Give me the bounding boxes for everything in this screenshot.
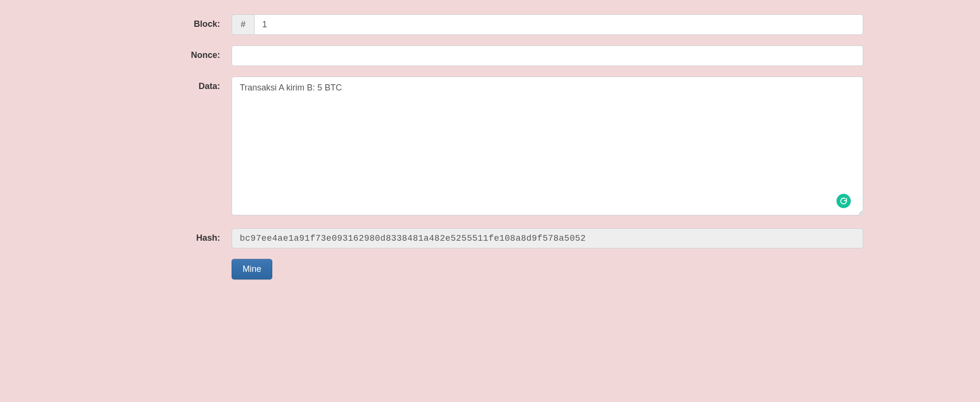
nonce-field [232,45,863,66]
hash-field [232,228,863,248]
hash-label: Hash: [117,228,232,243]
data-textarea[interactable] [232,77,863,215]
block-label: Block: [117,14,232,29]
action-spacer [117,259,232,264]
hash-output [232,228,863,248]
block-number-input[interactable] [254,14,863,35]
nonce-row: Nonce: [117,45,863,66]
action-row: Mine [117,259,863,279]
block-row: Block: # [117,14,863,35]
data-textarea-wrapper [232,77,863,218]
block-prefix: # [232,14,254,35]
data-field [232,77,863,218]
data-row: Data: [117,77,863,218]
nonce-input[interactable] [232,45,863,66]
nonce-label: Nonce: [117,45,232,60]
grammarly-icon[interactable] [836,194,851,208]
block-field: # [232,14,863,35]
block-input-group: # [232,14,863,35]
block-form: Block: # Nonce: Data: [117,14,863,279]
mine-button[interactable]: Mine [232,259,272,279]
data-label: Data: [117,77,232,91]
hash-row: Hash: [117,228,863,248]
action-field: Mine [232,259,863,279]
